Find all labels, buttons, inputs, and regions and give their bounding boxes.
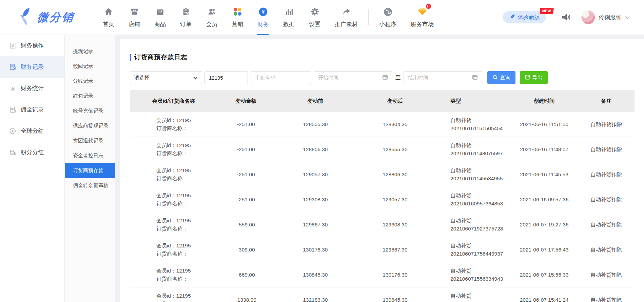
type-number: 202106071541255333: [450, 300, 510, 302]
member-name: 订货商名称：: [156, 200, 191, 207]
page-title: 订货商预存款日志: [130, 53, 635, 62]
nav-item-label: 首页: [103, 20, 114, 28]
nav-item-label: 会员: [206, 20, 217, 28]
start-time-input[interactable]: 开始时间: [314, 71, 392, 84]
member-id: 会员id：12195: [156, 116, 191, 124]
end-time-input[interactable]: 结束时间: [404, 71, 482, 84]
type-label: 自动补货: [450, 166, 510, 174]
sidebar-item-fin-op[interactable]: 财务操作: [0, 35, 64, 56]
nav-item-label: 设置: [309, 20, 320, 28]
account-menu[interactable]: 伶俐服饰: [581, 11, 630, 24]
member-name: 订货商名称：: [156, 300, 191, 302]
type-number: 202106161145534955: [450, 175, 510, 182]
remark-cell: 自动补货扣除: [578, 271, 635, 279]
try-new-version-label: 体验新版: [518, 14, 540, 21]
export-button[interactable]: 导出: [520, 71, 548, 84]
nav-item-label: 店铺: [129, 20, 140, 28]
table-row: 会员id：12195订货商名称：-251.00129308.30129057.3…: [130, 187, 635, 212]
amount-cell: -309.00: [217, 246, 275, 254]
created-cell: 2021-06-07 17:56:43: [510, 246, 578, 254]
calendar-icon: [382, 74, 388, 81]
before-cell: 129867.30: [275, 221, 356, 228]
type-label: 自动补货: [450, 267, 510, 275]
type-number: 202106071556334943: [450, 275, 510, 283]
after-cell: 129308.30: [356, 221, 434, 228]
created-cell: 2021-06-07 15:56:33: [510, 271, 578, 279]
submenu-item[interactable]: 分账记录: [65, 74, 115, 88]
submenu-item[interactable]: 提现记录: [65, 44, 115, 59]
nav-item-promo[interactable]: 推广素材: [328, 0, 365, 35]
sidebar-item-points[interactable]: 积分分红: [0, 142, 64, 163]
type-number: 202106161151505454: [450, 124, 510, 132]
fin-rec-icon: [9, 63, 16, 71]
sidebar-item-label: 全球分红: [21, 127, 44, 135]
nav-item-members[interactable]: 会员: [199, 0, 225, 35]
comm-rec-icon: [9, 106, 16, 113]
remark-cell: 自动补货扣除: [578, 196, 635, 203]
page-title-text: 订货商预存款日志: [134, 53, 187, 62]
fin-stat-icon: [9, 85, 16, 92]
nav-item-market[interactable]: H服务市场: [404, 0, 441, 35]
sidebar-item-fin-rec[interactable]: 财务记录: [0, 56, 64, 78]
amount-cell: -559.00: [217, 221, 275, 228]
column-header: 变动前: [275, 97, 356, 105]
submenu-item[interactable]: 驳回记录: [65, 59, 115, 74]
nav-item-label: 服务市场: [411, 20, 434, 28]
submenu-item[interactable]: 订货商预存款: [65, 163, 115, 178]
remark-cell: 自动补货扣除: [578, 145, 635, 153]
submenu-item[interactable]: 拼团退款记录: [65, 133, 115, 148]
announcement-speaker-icon[interactable]: [561, 12, 571, 22]
submenu-item[interactable]: 账号充值记录: [65, 103, 115, 118]
member-name: 订货商名称：: [156, 175, 191, 182]
type-select[interactable]: 请选择: [130, 71, 202, 84]
to-label: 至: [395, 75, 401, 81]
submenu-item[interactable]: 红包记录: [65, 88, 115, 103]
account-name: 伶俐服饰: [599, 14, 622, 21]
sidebar-item-global[interactable]: 全球分红: [0, 120, 64, 142]
nav-item-settings[interactable]: 设置: [302, 0, 328, 35]
member-name: 订货商名称：: [156, 124, 191, 132]
submenu-item[interactable]: 佣金转余额审核: [65, 178, 115, 193]
member-cell: 会员id：12195订货商名称：: [130, 242, 217, 258]
remark-cell: 自动补货扣除: [578, 221, 635, 228]
nav-item-marketing[interactable]: 营销: [225, 0, 250, 35]
submenu-item[interactable]: 供应商提现记录: [65, 118, 115, 133]
nav-item-orders[interactable]: 订单: [173, 0, 199, 35]
nav-item-data[interactable]: 数据: [276, 0, 302, 35]
created-cell: 2021-06-16 09:57:36: [510, 196, 578, 203]
table-row: 会员id：12195订货商名称：-251.00129057.30128806.3…: [130, 162, 635, 187]
new-badge: NEW: [540, 8, 554, 14]
created-cell: 2021-06-16 11:48:07: [510, 145, 578, 153]
app-logo[interactable]: 微分销: [19, 7, 96, 27]
search-button[interactable]: 查询: [487, 71, 515, 84]
column-header: 创建时间: [510, 97, 578, 105]
table-header-row: 会员id/订货商名称变动金额变动前变动后类型创建时间备注: [130, 90, 635, 112]
after-cell: 130845.30: [356, 296, 434, 302]
sidebar-item-comm-rec[interactable]: 佣金记录: [0, 99, 64, 120]
nav-item-miniprogram[interactable]: 小程序: [372, 0, 404, 35]
nav-item-home[interactable]: 首页: [96, 0, 121, 35]
member-id: 会员id：12195: [156, 292, 191, 300]
nav-item-finance[interactable]: ¥财务: [250, 0, 276, 35]
main-nav: 首页店铺商品订单会员营销¥财务数据设置推广素材小程序H服务市场: [96, 0, 441, 35]
before-cell: 129308.30: [275, 196, 356, 203]
member-id-input[interactable]: [204, 71, 248, 84]
submenu-item[interactable]: 资金监控日志: [65, 148, 115, 163]
table-row: 会员id：12195订货商名称：-251.00128555.30128304.3…: [130, 112, 635, 137]
after-cell: 128555.30: [356, 145, 434, 153]
phone-input[interactable]: [251, 71, 311, 84]
amount-cell: -251.00: [217, 196, 275, 203]
nav-item-shop[interactable]: 店铺: [121, 0, 147, 35]
nav-item-goods[interactable]: 商品: [147, 0, 173, 35]
title-accent-bar: [130, 54, 131, 61]
type-label: 自动补货: [450, 242, 510, 249]
member-name: 订货商名称：: [156, 250, 191, 258]
promo-icon: [342, 7, 351, 17]
search-button-label: 查询: [500, 75, 510, 81]
after-cell: 130176.30: [356, 271, 434, 279]
remark-cell: 自动补货扣除: [578, 170, 635, 178]
sidebar-item-fin-stat[interactable]: 财务统计: [0, 78, 64, 99]
try-new-version-button[interactable]: 体验新版 NEW: [503, 11, 546, 23]
data-icon: [285, 7, 294, 17]
type-label: 自动补货: [450, 292, 510, 300]
